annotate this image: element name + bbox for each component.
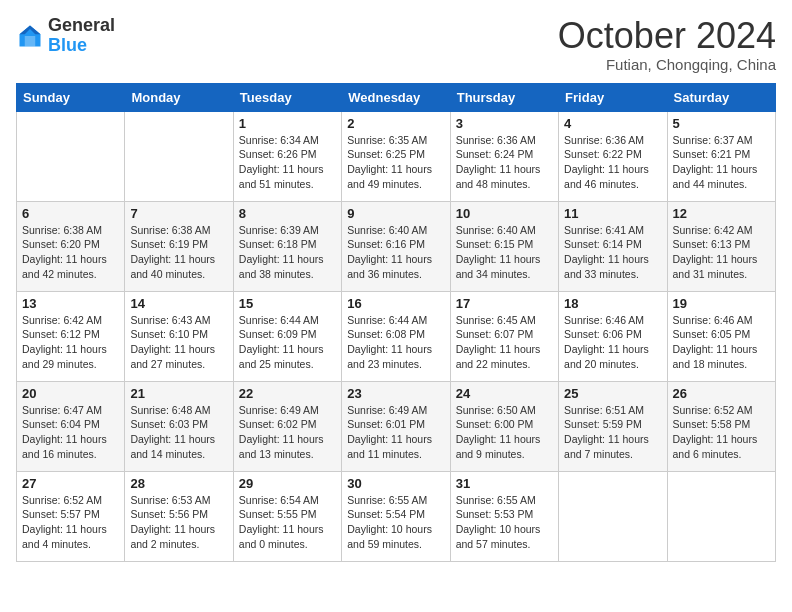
calendar-cell bbox=[559, 471, 667, 561]
day-info: Sunrise: 6:41 AM Sunset: 6:14 PM Dayligh… bbox=[564, 223, 661, 282]
day-number: 10 bbox=[456, 206, 553, 221]
calendar-cell: 8Sunrise: 6:39 AM Sunset: 6:18 PM Daylig… bbox=[233, 201, 341, 291]
calendar-cell: 7Sunrise: 6:38 AM Sunset: 6:19 PM Daylig… bbox=[125, 201, 233, 291]
day-header-sunday: Sunday bbox=[17, 83, 125, 111]
day-info: Sunrise: 6:44 AM Sunset: 6:09 PM Dayligh… bbox=[239, 313, 336, 372]
day-info: Sunrise: 6:44 AM Sunset: 6:08 PM Dayligh… bbox=[347, 313, 444, 372]
day-info: Sunrise: 6:54 AM Sunset: 5:55 PM Dayligh… bbox=[239, 493, 336, 552]
day-number: 5 bbox=[673, 116, 770, 131]
calendar-body: 1Sunrise: 6:34 AM Sunset: 6:26 PM Daylig… bbox=[17, 111, 776, 561]
day-info: Sunrise: 6:37 AM Sunset: 6:21 PM Dayligh… bbox=[673, 133, 770, 192]
calendar-cell: 3Sunrise: 6:36 AM Sunset: 6:24 PM Daylig… bbox=[450, 111, 558, 201]
day-info: Sunrise: 6:46 AM Sunset: 6:06 PM Dayligh… bbox=[564, 313, 661, 372]
page-header: General Blue October 2024 Futian, Chongq… bbox=[16, 16, 776, 73]
calendar-cell: 27Sunrise: 6:52 AM Sunset: 5:57 PM Dayli… bbox=[17, 471, 125, 561]
logo-icon bbox=[16, 22, 44, 50]
day-number: 14 bbox=[130, 296, 227, 311]
day-info: Sunrise: 6:52 AM Sunset: 5:58 PM Dayligh… bbox=[673, 403, 770, 462]
month-title: October 2024 bbox=[558, 16, 776, 56]
day-number: 31 bbox=[456, 476, 553, 491]
day-number: 26 bbox=[673, 386, 770, 401]
day-info: Sunrise: 6:55 AM Sunset: 5:54 PM Dayligh… bbox=[347, 493, 444, 552]
calendar-cell: 4Sunrise: 6:36 AM Sunset: 6:22 PM Daylig… bbox=[559, 111, 667, 201]
day-header-tuesday: Tuesday bbox=[233, 83, 341, 111]
day-info: Sunrise: 6:36 AM Sunset: 6:24 PM Dayligh… bbox=[456, 133, 553, 192]
day-number: 18 bbox=[564, 296, 661, 311]
calendar-cell: 15Sunrise: 6:44 AM Sunset: 6:09 PM Dayli… bbox=[233, 291, 341, 381]
day-number: 15 bbox=[239, 296, 336, 311]
calendar-cell: 9Sunrise: 6:40 AM Sunset: 6:16 PM Daylig… bbox=[342, 201, 450, 291]
day-info: Sunrise: 6:46 AM Sunset: 6:05 PM Dayligh… bbox=[673, 313, 770, 372]
calendar-cell bbox=[667, 471, 775, 561]
calendar-cell: 13Sunrise: 6:42 AM Sunset: 6:12 PM Dayli… bbox=[17, 291, 125, 381]
calendar-cell: 2Sunrise: 6:35 AM Sunset: 6:25 PM Daylig… bbox=[342, 111, 450, 201]
day-number: 24 bbox=[456, 386, 553, 401]
calendar-cell bbox=[125, 111, 233, 201]
day-number: 6 bbox=[22, 206, 119, 221]
calendar-cell: 18Sunrise: 6:46 AM Sunset: 6:06 PM Dayli… bbox=[559, 291, 667, 381]
logo-blue-text: Blue bbox=[48, 35, 87, 55]
day-info: Sunrise: 6:49 AM Sunset: 6:02 PM Dayligh… bbox=[239, 403, 336, 462]
svg-rect-2 bbox=[25, 36, 36, 47]
day-info: Sunrise: 6:55 AM Sunset: 5:53 PM Dayligh… bbox=[456, 493, 553, 552]
day-info: Sunrise: 6:39 AM Sunset: 6:18 PM Dayligh… bbox=[239, 223, 336, 282]
calendar-cell: 20Sunrise: 6:47 AM Sunset: 6:04 PM Dayli… bbox=[17, 381, 125, 471]
calendar-cell: 24Sunrise: 6:50 AM Sunset: 6:00 PM Dayli… bbox=[450, 381, 558, 471]
day-info: Sunrise: 6:53 AM Sunset: 5:56 PM Dayligh… bbox=[130, 493, 227, 552]
day-number: 16 bbox=[347, 296, 444, 311]
location-subtitle: Futian, Chongqing, China bbox=[558, 56, 776, 73]
day-number: 27 bbox=[22, 476, 119, 491]
day-info: Sunrise: 6:49 AM Sunset: 6:01 PM Dayligh… bbox=[347, 403, 444, 462]
calendar-cell: 26Sunrise: 6:52 AM Sunset: 5:58 PM Dayli… bbox=[667, 381, 775, 471]
calendar-cell: 6Sunrise: 6:38 AM Sunset: 6:20 PM Daylig… bbox=[17, 201, 125, 291]
day-number: 30 bbox=[347, 476, 444, 491]
day-number: 25 bbox=[564, 386, 661, 401]
week-row-3: 13Sunrise: 6:42 AM Sunset: 6:12 PM Dayli… bbox=[17, 291, 776, 381]
day-number: 2 bbox=[347, 116, 444, 131]
day-number: 23 bbox=[347, 386, 444, 401]
day-info: Sunrise: 6:34 AM Sunset: 6:26 PM Dayligh… bbox=[239, 133, 336, 192]
week-row-1: 1Sunrise: 6:34 AM Sunset: 6:26 PM Daylig… bbox=[17, 111, 776, 201]
day-info: Sunrise: 6:42 AM Sunset: 6:12 PM Dayligh… bbox=[22, 313, 119, 372]
calendar-table: SundayMondayTuesdayWednesdayThursdayFrid… bbox=[16, 83, 776, 562]
day-header-wednesday: Wednesday bbox=[342, 83, 450, 111]
calendar-cell: 28Sunrise: 6:53 AM Sunset: 5:56 PM Dayli… bbox=[125, 471, 233, 561]
calendar-cell: 1Sunrise: 6:34 AM Sunset: 6:26 PM Daylig… bbox=[233, 111, 341, 201]
day-info: Sunrise: 6:48 AM Sunset: 6:03 PM Dayligh… bbox=[130, 403, 227, 462]
calendar-cell: 14Sunrise: 6:43 AM Sunset: 6:10 PM Dayli… bbox=[125, 291, 233, 381]
calendar-cell: 16Sunrise: 6:44 AM Sunset: 6:08 PM Dayli… bbox=[342, 291, 450, 381]
day-header-saturday: Saturday bbox=[667, 83, 775, 111]
day-number: 13 bbox=[22, 296, 119, 311]
calendar-header: SundayMondayTuesdayWednesdayThursdayFrid… bbox=[17, 83, 776, 111]
calendar-cell bbox=[17, 111, 125, 201]
day-info: Sunrise: 6:43 AM Sunset: 6:10 PM Dayligh… bbox=[130, 313, 227, 372]
day-header-monday: Monday bbox=[125, 83, 233, 111]
day-number: 8 bbox=[239, 206, 336, 221]
calendar-cell: 17Sunrise: 6:45 AM Sunset: 6:07 PM Dayli… bbox=[450, 291, 558, 381]
day-info: Sunrise: 6:50 AM Sunset: 6:00 PM Dayligh… bbox=[456, 403, 553, 462]
day-info: Sunrise: 6:45 AM Sunset: 6:07 PM Dayligh… bbox=[456, 313, 553, 372]
calendar-cell: 21Sunrise: 6:48 AM Sunset: 6:03 PM Dayli… bbox=[125, 381, 233, 471]
day-info: Sunrise: 6:51 AM Sunset: 5:59 PM Dayligh… bbox=[564, 403, 661, 462]
day-number: 11 bbox=[564, 206, 661, 221]
calendar-cell: 29Sunrise: 6:54 AM Sunset: 5:55 PM Dayli… bbox=[233, 471, 341, 561]
day-header-friday: Friday bbox=[559, 83, 667, 111]
day-number: 4 bbox=[564, 116, 661, 131]
calendar-cell: 12Sunrise: 6:42 AM Sunset: 6:13 PM Dayli… bbox=[667, 201, 775, 291]
calendar-cell: 19Sunrise: 6:46 AM Sunset: 6:05 PM Dayli… bbox=[667, 291, 775, 381]
calendar-cell: 30Sunrise: 6:55 AM Sunset: 5:54 PM Dayli… bbox=[342, 471, 450, 561]
day-number: 29 bbox=[239, 476, 336, 491]
day-info: Sunrise: 6:42 AM Sunset: 6:13 PM Dayligh… bbox=[673, 223, 770, 282]
calendar-cell: 22Sunrise: 6:49 AM Sunset: 6:02 PM Dayli… bbox=[233, 381, 341, 471]
header-row: SundayMondayTuesdayWednesdayThursdayFrid… bbox=[17, 83, 776, 111]
calendar-cell: 5Sunrise: 6:37 AM Sunset: 6:21 PM Daylig… bbox=[667, 111, 775, 201]
day-info: Sunrise: 6:52 AM Sunset: 5:57 PM Dayligh… bbox=[22, 493, 119, 552]
calendar-cell: 31Sunrise: 6:55 AM Sunset: 5:53 PM Dayli… bbox=[450, 471, 558, 561]
day-number: 21 bbox=[130, 386, 227, 401]
day-number: 9 bbox=[347, 206, 444, 221]
day-info: Sunrise: 6:40 AM Sunset: 6:15 PM Dayligh… bbox=[456, 223, 553, 282]
day-number: 19 bbox=[673, 296, 770, 311]
day-number: 1 bbox=[239, 116, 336, 131]
day-info: Sunrise: 6:38 AM Sunset: 6:19 PM Dayligh… bbox=[130, 223, 227, 282]
logo-general-text: General bbox=[48, 15, 115, 35]
